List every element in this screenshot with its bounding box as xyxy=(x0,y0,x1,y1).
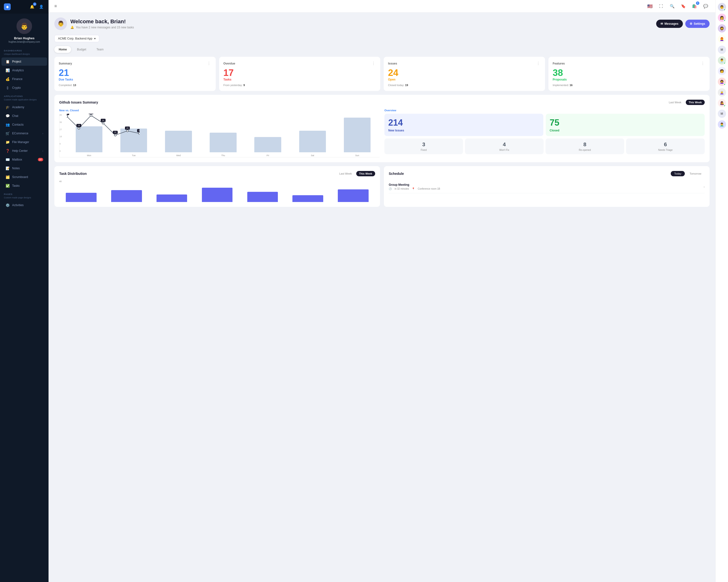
task-bar xyxy=(338,189,369,202)
user-icon[interactable]: 👤 xyxy=(38,3,45,10)
today-button[interactable]: Today xyxy=(671,171,684,176)
new-issues-label: New Issues xyxy=(388,129,404,132)
fullscreen-icon[interactable]: ⛶ xyxy=(657,2,665,10)
logo[interactable]: ◆ xyxy=(4,3,11,10)
right-avatar[interactable]: 🧑 xyxy=(718,67,726,75)
chart-day-label: Mon xyxy=(87,154,91,157)
stat-footer: Completed: 13 xyxy=(59,84,211,87)
sidebar-item-crypto[interactable]: ₿ Crypto xyxy=(1,84,47,92)
stat-card-features: Features ⋮ 38 Proposals Implemented: 16 xyxy=(548,57,710,91)
section-sub-dashboards: Unique dashboard designs xyxy=(0,53,49,57)
right-avatar[interactable]: 🧔 xyxy=(718,24,726,32)
stat-card-header: Overdue ⋮ xyxy=(224,61,376,66)
more-options-icon[interactable]: ⋮ xyxy=(536,61,541,66)
tab-home[interactable]: Home xyxy=(54,46,71,53)
bar xyxy=(165,131,192,153)
sidebar-item-scrumboard[interactable]: 🗂️ Scrumboard xyxy=(1,173,47,181)
right-avatar[interactable]: M xyxy=(718,46,726,54)
filemanager-icon: 📁 xyxy=(5,140,10,144)
chart-day-label: Thu xyxy=(221,154,225,157)
right-avatar[interactable]: 👩‍🎤 xyxy=(718,99,726,107)
user-email: hughes.brian@company.com xyxy=(8,40,40,43)
sidebar-item-project[interactable]: 📋 Project xyxy=(1,57,47,66)
bookmark-icon[interactable]: 🔖 xyxy=(679,2,687,10)
this-week-button[interactable]: This Week xyxy=(686,100,705,105)
wont-fix-number: 4 xyxy=(468,141,541,148)
sidebar-item-contacts[interactable]: 👥 Contacts xyxy=(1,120,47,129)
task-last-week-button[interactable]: Last Week xyxy=(336,171,355,176)
sidebar-item-ecommerce[interactable]: 🛒 ECommerce › xyxy=(1,129,47,138)
sidebar-item-activities[interactable]: ⚙️ Activities xyxy=(1,201,47,209)
overview-label: Overview xyxy=(384,109,705,112)
clock-icon: 🕐 xyxy=(389,188,392,190)
right-avatar[interactable]: M xyxy=(718,110,726,118)
task-bar xyxy=(202,188,233,202)
tab-team[interactable]: Team xyxy=(92,46,108,53)
stat-number: 24 xyxy=(388,68,541,77)
notification-icon[interactable]: 🔔 3 xyxy=(29,3,35,10)
sidebar-item-label: Analytics xyxy=(12,68,24,72)
schedule-card: Schedule Today Tomorrow Group Meeting 🕐 … xyxy=(384,166,709,207)
right-avatar[interactable]: 👩 xyxy=(718,13,726,22)
more-options-icon[interactable]: ⋮ xyxy=(371,61,376,66)
scrumboard-icon: 🗂️ xyxy=(5,175,10,179)
menu-icon[interactable]: ≡ xyxy=(54,4,57,9)
task-bar-wrap xyxy=(286,185,330,202)
chevron-right-icon: › xyxy=(43,149,43,152)
chart-area: New vs. Closed 4536271890 MonTueWedThuFr… xyxy=(59,109,380,157)
task-bar-wrap xyxy=(196,185,239,202)
chevron-right-icon[interactable]: › xyxy=(703,185,705,189)
cart-icon[interactable]: 🛍️ 5 xyxy=(691,2,698,10)
sidebar-item-label: Activities xyxy=(12,203,24,207)
bar xyxy=(344,118,370,152)
chart-container: 4536271890 MonTueWedThuFriSatSun 4228433… xyxy=(59,114,380,157)
search-icon[interactable]: 🔍 xyxy=(668,2,676,10)
task-week-toggle: Last Week This Week xyxy=(336,171,375,176)
online-indicator xyxy=(724,62,726,64)
github-issues-title: Github Issues Summary xyxy=(59,101,98,104)
reopened-label: Re-opened xyxy=(548,149,621,151)
messages-button[interactable]: ✉ Messages xyxy=(656,20,683,28)
sidebar-item-academy[interactable]: 🎓 Academy xyxy=(1,103,47,111)
tomorrow-button[interactable]: Tomorrow xyxy=(686,171,705,176)
right-avatar[interactable]: 👩‍🦳 xyxy=(718,88,726,96)
sidebar-item-finance[interactable]: 💰 Finance xyxy=(1,75,47,83)
stat-card-header: Features ⋮ xyxy=(553,61,705,66)
sidebar-item-chat[interactable]: 💬 Chat xyxy=(1,112,47,120)
notification-badge: 3 xyxy=(33,2,36,6)
stat-card-overdue: Overdue ⋮ 17 Tasks From yesterday: 9 xyxy=(219,57,381,91)
right-avatar[interactable]: 👩‍🦰 xyxy=(718,35,726,43)
sidebar-item-filemanager[interactable]: 📁 File Manager xyxy=(1,138,47,146)
sidebar-item-notes[interactable]: 📝 Notes xyxy=(1,164,47,172)
tab-budget[interactable]: Budget xyxy=(73,46,90,53)
sidebar-item-label: ECommerce xyxy=(12,132,28,135)
task-bar-wrap xyxy=(59,185,103,202)
right-avatar[interactable]: 👨‍💼 xyxy=(718,56,726,64)
sidebar-item-helpcenter[interactable]: ❓ Help Center › xyxy=(1,147,47,155)
message-icon[interactable]: 💬 xyxy=(702,2,709,10)
stat-label: Due Tasks xyxy=(59,78,211,81)
project-icon: 📋 xyxy=(5,60,10,63)
stat-number: 38 xyxy=(553,68,705,77)
last-week-button[interactable]: Last Week xyxy=(666,100,684,105)
right-avatar[interactable]: 👩‍🦱 xyxy=(718,78,726,86)
schedule-title: Schedule xyxy=(389,172,404,175)
right-avatar[interactable]: 👨‍🦱 xyxy=(718,120,726,129)
flag-icon[interactable]: 🇺🇸 xyxy=(646,2,654,10)
project-selector[interactable]: ACME Corp. Backend App ▾ xyxy=(54,35,99,42)
task-this-week-button[interactable]: This Week xyxy=(356,171,375,176)
more-options-icon[interactable]: ⋮ xyxy=(701,61,705,66)
avatar: 👨 xyxy=(17,19,32,34)
content-area: 👨 Welcome back, Brian! 🔔 You have 2 new … xyxy=(49,12,716,582)
fixed-card: 3 Fixed xyxy=(384,138,463,154)
chart-day-label: Sun xyxy=(355,154,359,157)
right-avatar[interactable]: 👨 xyxy=(718,3,726,11)
stat-footer: From yesterday: 9 xyxy=(224,84,376,87)
section-label-applications: APPLICATIONS xyxy=(0,92,49,99)
gear-icon: ⚙ xyxy=(690,22,692,25)
settings-button[interactable]: ⚙ Settings xyxy=(685,20,709,28)
sidebar-item-tasks[interactable]: ✅ Tasks xyxy=(1,182,47,190)
more-options-icon[interactable]: ⋮ xyxy=(207,61,211,66)
sidebar-item-analytics[interactable]: 📊 Analytics xyxy=(1,66,47,75)
sidebar-item-mailbox[interactable]: ✉️ Mailbox 27 xyxy=(1,156,47,164)
